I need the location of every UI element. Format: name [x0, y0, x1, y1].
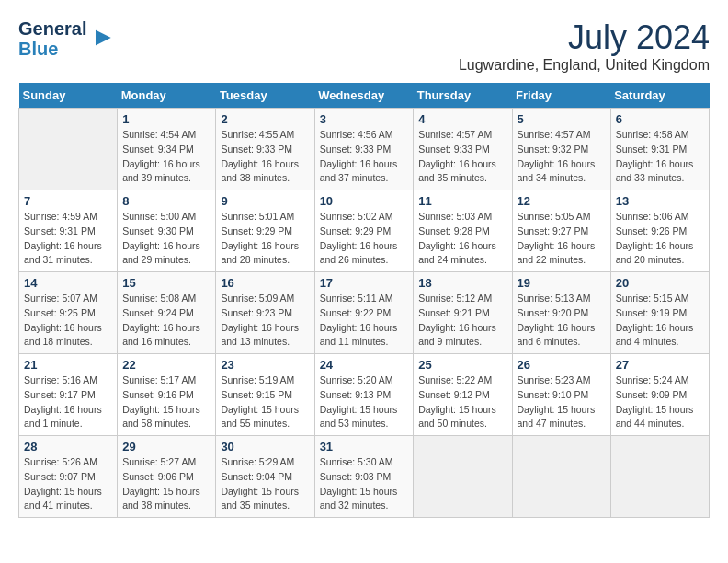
day-info: Sunrise: 5:27 AM Sunset: 9:06 PM Dayligh… — [122, 455, 210, 513]
calendar-cell: 24Sunrise: 5:20 AM Sunset: 9:13 PM Dayli… — [314, 354, 414, 436]
day-info: Sunrise: 4:57 AM Sunset: 9:33 PM Dayligh… — [418, 128, 506, 186]
logo-line2: Blue — [18, 39, 86, 59]
day-info: Sunrise: 5:16 AM Sunset: 9:17 PM Dayligh… — [24, 373, 112, 431]
day-info: Sunrise: 4:59 AM Sunset: 9:31 PM Dayligh… — [24, 210, 112, 268]
day-info: Sunrise: 5:20 AM Sunset: 9:13 PM Dayligh… — [320, 373, 409, 431]
calendar-cell: 14Sunrise: 5:07 AM Sunset: 9:25 PM Dayli… — [19, 272, 118, 354]
calendar-cell: 4Sunrise: 4:57 AM Sunset: 9:33 PM Daylig… — [414, 109, 512, 190]
calendar-cell: 13Sunrise: 5:06 AM Sunset: 9:26 PM Dayli… — [610, 190, 709, 272]
calendar-cell: 30Sunrise: 5:29 AM Sunset: 9:04 PM Dayli… — [216, 436, 314, 518]
calendar-cell: 9Sunrise: 5:01 AM Sunset: 9:29 PM Daylig… — [216, 190, 314, 272]
calendar-cell: 2Sunrise: 4:55 AM Sunset: 9:33 PM Daylig… — [216, 109, 314, 190]
day-number: 29 — [122, 440, 210, 454]
location-text: Lugwardine, England, United Kingdom — [459, 57, 710, 74]
day-info: Sunrise: 5:00 AM Sunset: 9:30 PM Dayligh… — [122, 210, 210, 268]
calendar-cell: 6Sunrise: 4:58 AM Sunset: 9:31 PM Daylig… — [610, 109, 709, 190]
weekday-header-monday: Monday — [118, 83, 216, 109]
calendar-week-row: 7Sunrise: 4:59 AM Sunset: 9:31 PM Daylig… — [19, 190, 710, 272]
day-info: Sunrise: 5:06 AM Sunset: 9:26 PM Dayligh… — [616, 210, 704, 268]
calendar-cell: 16Sunrise: 5:09 AM Sunset: 9:23 PM Dayli… — [216, 272, 314, 354]
day-number: 31 — [320, 440, 409, 454]
day-number: 9 — [221, 194, 309, 208]
day-info: Sunrise: 5:17 AM Sunset: 9:16 PM Dayligh… — [122, 373, 210, 431]
calendar-cell: 15Sunrise: 5:08 AM Sunset: 9:24 PM Dayli… — [118, 272, 216, 354]
calendar-cell — [610, 436, 709, 518]
day-info: Sunrise: 5:08 AM Sunset: 9:24 PM Dayligh… — [122, 292, 210, 350]
calendar-cell: 17Sunrise: 5:11 AM Sunset: 9:22 PM Dayli… — [314, 272, 414, 354]
day-number: 13 — [616, 194, 704, 208]
logo-arrow-icon: ► — [90, 22, 116, 52]
day-number: 23 — [221, 358, 309, 372]
day-info: Sunrise: 5:02 AM Sunset: 9:29 PM Dayligh… — [320, 210, 409, 268]
calendar-cell: 31Sunrise: 5:30 AM Sunset: 9:03 PM Dayli… — [314, 436, 414, 518]
weekday-header-friday: Friday — [512, 83, 610, 109]
weekday-header-wednesday: Wednesday — [314, 83, 414, 109]
day-info: Sunrise: 5:13 AM Sunset: 9:20 PM Dayligh… — [518, 292, 606, 350]
day-number: 22 — [122, 358, 210, 372]
day-info: Sunrise: 5:11 AM Sunset: 9:22 PM Dayligh… — [320, 292, 409, 350]
day-number: 21 — [24, 358, 112, 372]
weekday-header-tuesday: Tuesday — [216, 83, 314, 109]
calendar-cell: 29Sunrise: 5:27 AM Sunset: 9:06 PM Dayli… — [118, 436, 216, 518]
day-info: Sunrise: 4:57 AM Sunset: 9:32 PM Dayligh… — [518, 128, 606, 186]
calendar-week-row: 28Sunrise: 5:26 AM Sunset: 9:07 PM Dayli… — [19, 436, 710, 518]
day-info: Sunrise: 5:05 AM Sunset: 9:27 PM Dayligh… — [518, 210, 606, 268]
calendar-cell — [512, 436, 610, 518]
day-info: Sunrise: 5:03 AM Sunset: 9:28 PM Dayligh… — [418, 210, 506, 268]
day-info: Sunrise: 5:24 AM Sunset: 9:09 PM Dayligh… — [616, 373, 704, 431]
day-number: 7 — [24, 194, 112, 208]
day-number: 5 — [518, 112, 606, 126]
day-number: 27 — [616, 358, 704, 372]
day-info: Sunrise: 5:15 AM Sunset: 9:19 PM Dayligh… — [616, 292, 704, 350]
calendar-cell: 11Sunrise: 5:03 AM Sunset: 9:28 PM Dayli… — [414, 190, 512, 272]
day-number: 4 — [418, 112, 506, 126]
day-number: 14 — [24, 276, 112, 290]
calendar-cell: 28Sunrise: 5:26 AM Sunset: 9:07 PM Dayli… — [19, 436, 118, 518]
weekday-header-thursday: Thursday — [414, 83, 512, 109]
day-info: Sunrise: 5:09 AM Sunset: 9:23 PM Dayligh… — [221, 292, 309, 350]
day-info: Sunrise: 5:29 AM Sunset: 9:04 PM Dayligh… — [221, 455, 309, 513]
calendar-cell: 19Sunrise: 5:13 AM Sunset: 9:20 PM Dayli… — [512, 272, 610, 354]
weekday-header-saturday: Saturday — [610, 83, 709, 109]
day-info: Sunrise: 5:07 AM Sunset: 9:25 PM Dayligh… — [24, 292, 112, 350]
day-number: 11 — [418, 194, 506, 208]
calendar-cell: 20Sunrise: 5:15 AM Sunset: 9:19 PM Dayli… — [610, 272, 709, 354]
day-number: 15 — [122, 276, 210, 290]
day-number: 18 — [418, 276, 506, 290]
calendar-cell: 22Sunrise: 5:17 AM Sunset: 9:16 PM Dayli… — [118, 354, 216, 436]
calendar-cell: 25Sunrise: 5:22 AM Sunset: 9:12 PM Dayli… — [414, 354, 512, 436]
day-number: 8 — [122, 194, 210, 208]
day-info: Sunrise: 5:23 AM Sunset: 9:10 PM Dayligh… — [518, 373, 606, 431]
calendar-cell: 12Sunrise: 5:05 AM Sunset: 9:27 PM Dayli… — [512, 190, 610, 272]
day-number: 2 — [221, 112, 309, 126]
page-header: General Blue ► July 2024 Lugwardine, Eng… — [18, 18, 710, 74]
day-info: Sunrise: 5:01 AM Sunset: 9:29 PM Dayligh… — [221, 210, 309, 268]
day-number: 12 — [518, 194, 606, 208]
day-number: 20 — [616, 276, 704, 290]
calendar-cell: 8Sunrise: 5:00 AM Sunset: 9:30 PM Daylig… — [118, 190, 216, 272]
calendar-cell: 23Sunrise: 5:19 AM Sunset: 9:15 PM Dayli… — [216, 354, 314, 436]
weekday-header-row: SundayMondayTuesdayWednesdayThursdayFrid… — [19, 83, 710, 109]
calendar-cell: 18Sunrise: 5:12 AM Sunset: 9:21 PM Dayli… — [414, 272, 512, 354]
day-info: Sunrise: 5:22 AM Sunset: 9:12 PM Dayligh… — [418, 373, 506, 431]
day-number: 10 — [320, 194, 409, 208]
day-info: Sunrise: 5:26 AM Sunset: 9:07 PM Dayligh… — [24, 455, 112, 513]
day-number: 16 — [221, 276, 309, 290]
day-info: Sunrise: 4:56 AM Sunset: 9:33 PM Dayligh… — [320, 128, 409, 186]
day-number: 25 — [418, 358, 506, 372]
calendar-cell: 26Sunrise: 5:23 AM Sunset: 9:10 PM Dayli… — [512, 354, 610, 436]
month-year-title: July 2024 — [459, 18, 710, 57]
day-number: 28 — [24, 440, 112, 454]
calendar-week-row: 21Sunrise: 5:16 AM Sunset: 9:17 PM Dayli… — [19, 354, 710, 436]
calendar-week-row: 1Sunrise: 4:54 AM Sunset: 9:34 PM Daylig… — [19, 109, 710, 190]
calendar-cell — [19, 109, 118, 190]
day-info: Sunrise: 4:55 AM Sunset: 9:33 PM Dayligh… — [221, 128, 309, 186]
day-info: Sunrise: 4:54 AM Sunset: 9:34 PM Dayligh… — [122, 128, 210, 186]
calendar-cell: 7Sunrise: 4:59 AM Sunset: 9:31 PM Daylig… — [19, 190, 118, 272]
calendar-cell: 21Sunrise: 5:16 AM Sunset: 9:17 PM Dayli… — [19, 354, 118, 436]
calendar-cell: 10Sunrise: 5:02 AM Sunset: 9:29 PM Dayli… — [314, 190, 414, 272]
day-info: Sunrise: 4:58 AM Sunset: 9:31 PM Dayligh… — [616, 128, 704, 186]
day-number: 3 — [320, 112, 409, 126]
calendar-week-row: 14Sunrise: 5:07 AM Sunset: 9:25 PM Dayli… — [19, 272, 710, 354]
calendar-body: 1Sunrise: 4:54 AM Sunset: 9:34 PM Daylig… — [19, 109, 710, 518]
